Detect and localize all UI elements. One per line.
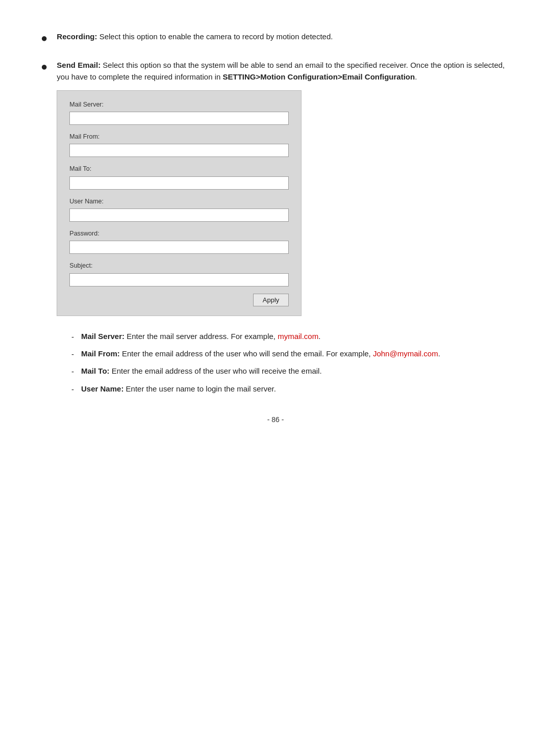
subject-input[interactable] bbox=[69, 273, 289, 286]
dash-symbol-3: - bbox=[71, 366, 74, 377]
bullet-dot-send-email: ● bbox=[41, 60, 47, 73]
dash-text-mail-from: Mail From: Enter the email address of th… bbox=[81, 348, 440, 359]
mail-from-field: Mail From: bbox=[69, 132, 289, 157]
mail-server-label: Mail Server: bbox=[69, 100, 289, 110]
send-email-period: . bbox=[415, 72, 417, 81]
dash-symbol-1: - bbox=[71, 331, 74, 343]
mail-to-label: Mail To: bbox=[69, 164, 289, 174]
dash-text-mail-to: Mail To: Enter the email address of the … bbox=[81, 365, 322, 377]
dash-item-user-name: - User Name: Enter the user name to logi… bbox=[71, 383, 510, 395]
send-email-bold: Send Email: bbox=[57, 61, 101, 69]
email-form: Mail Server: Mail From: Mail To: User Na… bbox=[57, 90, 302, 316]
mymail-link[interactable]: mymail.com bbox=[278, 332, 318, 341]
mail-from-label: Mail From: bbox=[69, 132, 289, 142]
recording-text: Recording: Select this option to enable … bbox=[57, 31, 333, 42]
john-email-link[interactable]: John@mymail.com bbox=[373, 349, 438, 358]
mail-server-field: Mail Server: bbox=[69, 100, 289, 125]
dash-text-user-name: User Name: Enter the user name to login … bbox=[81, 383, 276, 395]
user-name-label: User Name: bbox=[69, 197, 289, 206]
send-email-text: Send Email: Select this option so that t… bbox=[57, 59, 510, 316]
page-content: ● Recording: Select this option to enabl… bbox=[41, 31, 510, 424]
dash-bold-user-name: User Name: bbox=[81, 384, 123, 393]
user-name-field: User Name: bbox=[69, 197, 289, 222]
dash-list: - Mail Server: Enter the mail server add… bbox=[71, 330, 510, 395]
dash-item-mail-to: - Mail To: Enter the email address of th… bbox=[71, 365, 510, 377]
password-input[interactable] bbox=[69, 241, 289, 254]
apply-button[interactable]: Apply bbox=[253, 294, 289, 306]
mail-from-input[interactable] bbox=[69, 144, 289, 157]
dash-bold-mail-from: Mail From: bbox=[81, 349, 120, 358]
send-email-bold-suffix: SETTING>Motion Configuration>Email Confi… bbox=[223, 72, 415, 81]
page-number: - 86 - bbox=[41, 415, 510, 424]
mail-to-input[interactable] bbox=[69, 176, 289, 190]
dash-symbol-4: - bbox=[71, 383, 74, 395]
dash-text-mail-server: Mail Server: Enter the mail server addre… bbox=[81, 330, 320, 342]
mail-to-field: Mail To: bbox=[69, 164, 289, 189]
dash-bold-mail-to: Mail To: bbox=[81, 367, 110, 375]
dash-symbol-2: - bbox=[71, 348, 74, 360]
subject-field: Subject: bbox=[69, 261, 289, 286]
form-actions: Apply bbox=[69, 294, 289, 306]
recording-bold: Recording: bbox=[57, 32, 97, 41]
dash-bold-mail-server: Mail Server: bbox=[81, 332, 124, 341]
bullet-dot-recording: ● bbox=[41, 32, 47, 45]
recording-bullet: ● Recording: Select this option to enabl… bbox=[41, 31, 510, 45]
send-email-bullet: ● Send Email: Select this option so that… bbox=[41, 59, 510, 316]
dash-item-mail-server: - Mail Server: Enter the mail server add… bbox=[71, 330, 510, 343]
mail-server-input[interactable] bbox=[69, 112, 289, 125]
recording-body: Select this option to enable the camera … bbox=[97, 32, 333, 41]
password-field: Password: bbox=[69, 229, 289, 254]
password-label: Password: bbox=[69, 229, 289, 239]
subject-label: Subject: bbox=[69, 261, 289, 271]
dash-item-mail-from: - Mail From: Enter the email address of … bbox=[71, 348, 510, 360]
user-name-input[interactable] bbox=[69, 208, 289, 222]
